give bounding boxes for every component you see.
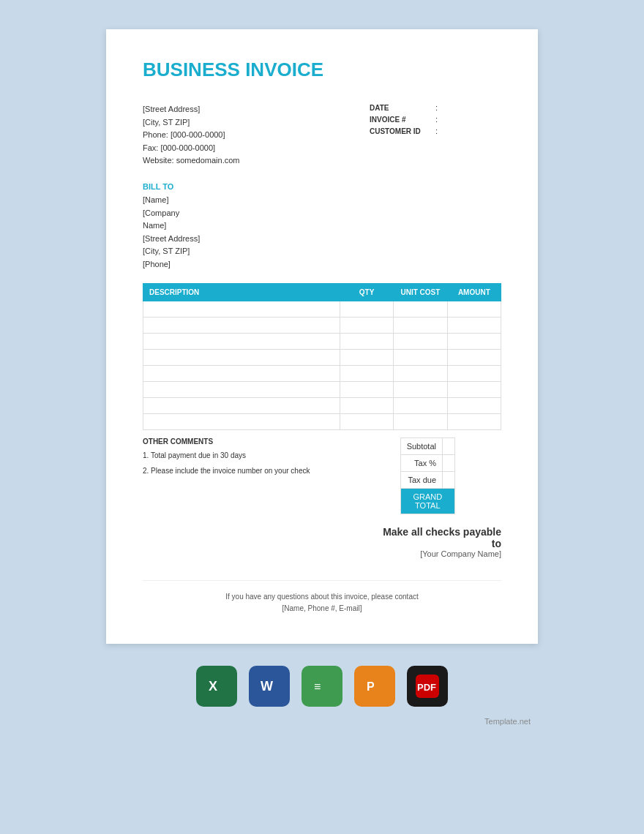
svg-text:X: X: [209, 679, 217, 694]
unit-cell: [394, 349, 447, 365]
company-fax: Fax: [000-000-0000]: [143, 142, 239, 155]
customer-id-label: CUSTOMER ID: [370, 127, 435, 135]
desc-cell: [143, 413, 340, 429]
qty-cell: [340, 301, 393, 317]
qty-cell: [340, 349, 393, 365]
app-icons-section: X W ≡ P PDF: [196, 666, 448, 707]
unit-cell: [394, 333, 447, 349]
subtotal-value: [443, 437, 455, 454]
qty-cell: [340, 397, 393, 413]
template-net-badge: Template.net: [477, 714, 538, 729]
desc-cell: [143, 333, 340, 349]
table-row: [143, 301, 501, 317]
grand-total-row: GRAND TOTAL: [400, 488, 454, 514]
desc-cell: [143, 349, 340, 365]
pdf-icon[interactable]: PDF: [407, 666, 448, 707]
col-unit-cost: UNIT COST: [394, 283, 447, 301]
header-section: [Street Address] [City, ST ZIP] Phone: […: [143, 103, 501, 168]
pages-icon[interactable]: P: [354, 666, 395, 707]
amount-cell: [447, 349, 501, 365]
meta-customer-row: CUSTOMER ID :: [370, 127, 501, 135]
tax-row: Tax %: [400, 454, 454, 471]
qty-cell: [340, 333, 393, 349]
company-city: [City, ST ZIP]: [143, 116, 239, 129]
excel-icon[interactable]: X: [196, 666, 237, 707]
comments-label: OTHER COMMENTS: [143, 437, 386, 446]
table-row: [143, 397, 501, 413]
meta-date-row: DATE :: [370, 103, 501, 112]
unit-cell: [394, 413, 447, 429]
subtotal-label: Subtotal: [400, 437, 442, 454]
bill-to-info: [Name] [Company Name] [Street Address] […: [143, 194, 501, 271]
company-address: [Street Address] [City, ST ZIP] Phone: […: [143, 103, 239, 168]
svg-text:PDF: PDF: [417, 682, 436, 693]
comment-1: 1. Total payment due in 30 days: [143, 450, 386, 461]
footer-contact: If you have any questions about this inv…: [143, 580, 501, 615]
invoice-num-colon: :: [435, 115, 438, 124]
svg-text:P: P: [367, 680, 375, 693]
invoice-table: DESCRIPTION QTY UNIT COST AMOUNT: [143, 283, 501, 430]
svg-text:≡: ≡: [314, 680, 321, 693]
table-row: [143, 413, 501, 429]
bill-to-section: BILL TO [Name] [Company Name] [Street Ad…: [143, 182, 501, 271]
customer-id-colon: :: [435, 127, 438, 135]
invoice-num-label: INVOICE #: [370, 116, 435, 124]
amount-cell: [447, 301, 501, 317]
footer-line2: [Name, Phone #, E-mail]: [143, 603, 501, 615]
bottom-section: OTHER COMMENTS 1. Total payment due in 3…: [143, 437, 501, 514]
date-label: DATE: [370, 104, 435, 112]
bill-to-company1: [Company: [143, 207, 501, 220]
invoice-meta: DATE : INVOICE # : CUSTOMER ID :: [370, 103, 501, 168]
bill-to-company2: Name]: [143, 219, 501, 233]
company-street: [Street Address]: [143, 103, 239, 116]
subtotal-row: Subtotal: [400, 437, 454, 454]
tax-due-value: [443, 471, 455, 488]
company-phone: Phone: [000-000-0000]: [143, 129, 239, 142]
footer-line1: If you have any questions about this inv…: [143, 591, 501, 603]
table-row: [143, 349, 501, 365]
bill-to-name: [Name]: [143, 194, 501, 207]
payment-line2: to: [143, 538, 501, 549]
tax-value: [443, 454, 455, 471]
desc-cell: [143, 381, 340, 397]
comments-section: OTHER COMMENTS 1. Total payment due in 3…: [143, 437, 400, 481]
invoice-document: BUSINESS INVOICE [Street Address] [City,…: [106, 29, 538, 644]
svg-text:W: W: [261, 679, 273, 694]
unit-cell: [394, 381, 447, 397]
table-row: [143, 333, 501, 349]
bill-to-phone: [Phone]: [143, 258, 501, 271]
bill-to-street: [Street Address]: [143, 233, 501, 246]
numbers-icon[interactable]: ≡: [302, 666, 342, 707]
qty-cell: [340, 413, 393, 429]
unit-cell: [394, 317, 447, 333]
qty-cell: [340, 381, 393, 397]
desc-cell: [143, 317, 340, 333]
bill-to-city: [City, ST ZIP]: [143, 245, 501, 258]
tax-due-label: Tax due: [400, 471, 442, 488]
company-website: Website: somedomain.com: [143, 154, 239, 168]
table-row: [143, 381, 501, 397]
payment-company: [Your Company Name]: [143, 549, 501, 558]
word-icon[interactable]: W: [249, 666, 290, 707]
table-row: [143, 365, 501, 381]
amount-cell: [447, 381, 501, 397]
payment-line1: Make all checks payable: [143, 526, 501, 538]
col-amount: AMOUNT: [447, 283, 501, 301]
desc-cell: [143, 397, 340, 413]
amount-cell: [447, 365, 501, 381]
table-header-row: DESCRIPTION QTY UNIT COST AMOUNT: [143, 283, 501, 301]
desc-cell: [143, 301, 340, 317]
tax-due-row: Tax due: [400, 471, 454, 488]
tax-label: Tax %: [400, 454, 442, 471]
amount-cell: [447, 397, 501, 413]
invoice-title: BUSINESS INVOICE: [143, 59, 501, 81]
col-qty: QTY: [340, 283, 393, 301]
amount-cell: [447, 413, 501, 429]
meta-invoice-row: INVOICE # :: [370, 115, 501, 124]
totals-section: Subtotal Tax % Tax due GRAND TOTAL: [400, 437, 501, 514]
amount-cell: [447, 333, 501, 349]
unit-cell: [394, 397, 447, 413]
unit-cell: [394, 365, 447, 381]
table-row: [143, 317, 501, 333]
unit-cell: [394, 301, 447, 317]
